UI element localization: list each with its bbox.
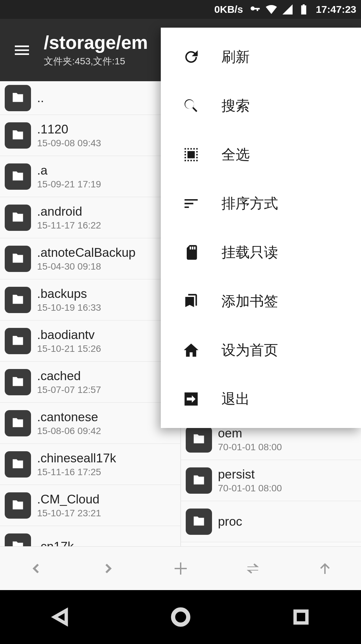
- file-row[interactable]: .1120 15-09-08 09:43: [0, 115, 180, 156]
- file-row[interactable]: .cached 15-07-07 12:57: [0, 362, 180, 403]
- back-button[interactable]: [0, 547, 72, 590]
- menu-item-bookmark-add[interactable]: 添加书签: [161, 277, 361, 326]
- forward-button[interactable]: [72, 547, 144, 590]
- plus-icon: [173, 560, 189, 577]
- file-name: .cached: [37, 369, 101, 383]
- chevron-right-icon: [100, 560, 116, 577]
- file-row[interactable]: ..: [0, 81, 180, 115]
- menu-item-label: 搜索: [221, 96, 250, 115]
- menu-button[interactable]: [0, 19, 44, 81]
- menu-item-label: 排序方式: [221, 194, 278, 213]
- cell-signal-icon: [281, 3, 294, 16]
- folder-icon: [5, 369, 31, 395]
- file-name: .cantonese: [37, 410, 101, 424]
- file-date: 15-10-19 16:33: [37, 302, 101, 313]
- folder-icon: [186, 509, 212, 535]
- file-date: 15-11-17 16:22: [37, 220, 101, 231]
- file-row[interactable]: persist 70-01-01 08:00: [181, 460, 361, 501]
- file-name: .1120: [37, 122, 101, 136]
- file-name: oem: [218, 426, 282, 440]
- sdcard-icon: [181, 242, 201, 263]
- hamburger-icon: [12, 41, 31, 60]
- svg-point-0: [173, 610, 188, 625]
- swap-button[interactable]: [217, 547, 289, 590]
- menu-item-sort[interactable]: 排序方式: [161, 179, 361, 228]
- file-row[interactable]: .CM_Cloud 15-10-17 23:21: [0, 485, 180, 526]
- svg-rect-1: [295, 611, 307, 623]
- path-title: /storage/em: [44, 32, 148, 53]
- file-date: 15-08-06 09:42: [37, 426, 101, 436]
- nav-home-icon[interactable]: [171, 607, 191, 627]
- file-row[interactable]: .backups 15-10-19 16:33: [0, 279, 180, 320]
- file-name: .a: [37, 163, 101, 178]
- file-name: ..: [37, 91, 44, 105]
- menu-item-label: 退出: [221, 390, 250, 408]
- folder-icon: [5, 246, 31, 272]
- folder-icon: [186, 426, 212, 453]
- file-date: 15-04-30 09:18: [37, 261, 136, 272]
- folder-icon: [5, 451, 31, 478]
- path-subtitle: 文件夹:453,文件:15: [44, 55, 148, 68]
- file-row[interactable]: .atnoteCalBackup 15-04-30 09:18: [0, 238, 180, 279]
- file-date: 15-07-07 12:57: [37, 385, 101, 395]
- menu-item-search[interactable]: 搜索: [161, 81, 361, 130]
- overflow-menu: 刷新 搜索 全选 排序方式 挂载只读 添加书签 设为首页 退出: [161, 28, 361, 428]
- nav-recent-icon[interactable]: [291, 607, 311, 627]
- file-name: .chineseall17k: [37, 451, 116, 465]
- folder-icon: [5, 492, 31, 519]
- folder-icon: [5, 122, 31, 149]
- status-bar: 0KB/s 17:47:23: [0, 0, 361, 19]
- menu-item-label: 设为首页: [221, 341, 278, 360]
- file-row[interactable]: proc: [181, 501, 361, 542]
- nav-back-icon[interactable]: [50, 607, 70, 627]
- menu-item-label: 添加书签: [221, 292, 278, 311]
- battery-icon: [298, 3, 310, 16]
- vpn-key-icon: [249, 3, 261, 16]
- file-name: .backups: [37, 287, 101, 301]
- home-icon: [181, 340, 201, 360]
- folder-icon: [186, 467, 212, 494]
- file-name: .baodiantv: [37, 328, 101, 342]
- menu-item-refresh[interactable]: 刷新: [161, 32, 361, 81]
- net-speed: 0KB/s: [214, 4, 243, 15]
- file-name: .cn17k: [37, 540, 74, 547]
- wifi-icon: [265, 3, 277, 16]
- status-icons: [249, 3, 310, 16]
- folder-icon: [5, 410, 31, 436]
- file-row[interactable]: .a 15-09-21 17:19: [0, 156, 180, 197]
- file-row[interactable]: .android 15-11-17 16:22: [0, 197, 180, 238]
- sort-icon: [181, 193, 201, 214]
- folder-icon: [5, 163, 31, 190]
- arrow-up-icon: [317, 560, 333, 577]
- menu-item-label: 挂载只读: [221, 243, 278, 262]
- bottom-toolbar: [0, 546, 361, 590]
- left-pane[interactable]: .. .1120 15-09-08 09:43 .a 15-09-21 17:1…: [0, 81, 181, 546]
- refresh-icon: [181, 47, 201, 67]
- menu-item-exit[interactable]: 退出: [161, 374, 361, 423]
- file-row[interactable]: .cn17k: [0, 526, 180, 546]
- file-row[interactable]: .cantonese 15-08-06 09:42: [0, 403, 180, 444]
- file-date: 15-09-08 09:43: [37, 138, 101, 149]
- menu-item-sdcard[interactable]: 挂载只读: [161, 228, 361, 277]
- file-name: persist: [218, 467, 282, 482]
- chevron-left-icon: [28, 560, 44, 577]
- folder-icon: [5, 287, 31, 313]
- android-nav-bar: [0, 590, 361, 644]
- folder-icon: [5, 533, 31, 547]
- menu-item-label: 刷新: [221, 48, 250, 66]
- file-date: 15-11-16 17:25: [37, 467, 116, 478]
- path-block[interactable]: /storage/em 文件夹:453,文件:15: [44, 32, 148, 68]
- add-button[interactable]: [144, 547, 216, 590]
- up-button[interactable]: [289, 547, 361, 590]
- menu-item-select-all[interactable]: 全选: [161, 130, 361, 179]
- file-date: 70-01-01 08:00: [218, 442, 282, 453]
- exit-icon: [181, 389, 201, 409]
- file-date: 70-01-01 08:00: [218, 483, 282, 494]
- file-row[interactable]: .chineseall17k 15-11-16 17:25: [0, 444, 180, 485]
- file-row[interactable]: .baodiantv 15-10-21 15:26: [0, 320, 180, 362]
- menu-item-label: 全选: [221, 145, 250, 164]
- folder-icon: [5, 85, 31, 111]
- file-name: .atnoteCalBackup: [37, 246, 136, 260]
- menu-item-home[interactable]: 设为首页: [161, 326, 361, 374]
- search-icon: [181, 96, 201, 116]
